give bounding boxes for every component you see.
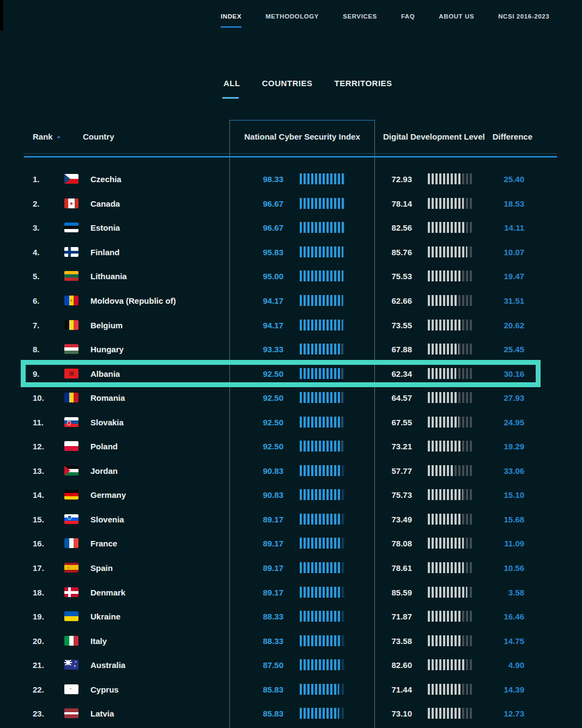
rank-cell: 3.: [33, 223, 56, 232]
table-row[interactable]: 10. Romania 92.50 64.57 27.93: [24, 386, 557, 410]
ddl-score: 73.49: [356, 514, 412, 524]
table-row[interactable]: 2. ♠ Canada 96.67 78.14 18.53: [24, 191, 557, 216]
ddl-bar-fill: [428, 173, 461, 184]
ncsi-score: 89.17: [229, 563, 283, 573]
ddl-bar: [428, 659, 474, 670]
difference-column-header[interactable]: Difference: [478, 132, 532, 141]
table-row[interactable]: 7. Belgium 94.17 73.55 20.62: [24, 312, 557, 337]
difference-value: 19.47: [484, 272, 524, 281]
country-flag-icon: [64, 514, 78, 524]
table-row[interactable]: 9. Ж Albania 92.50 62.34 30.16: [24, 361, 557, 386]
table-row[interactable]: 3. Estonia 96.67 82.56 14.11: [24, 215, 557, 240]
table-row[interactable]: 16. France 89.17 78.08 11.09: [24, 531, 557, 556]
ncsi-bar-fill: [300, 295, 343, 306]
country-column-header[interactable]: Country: [83, 132, 114, 141]
ddl-column-header[interactable]: Digital Development Level: [383, 132, 485, 141]
table-row[interactable]: 18. Denmark 89.17 85.59 3.58: [24, 580, 557, 604]
rank-cell: 5.: [33, 272, 56, 281]
country-name[interactable]: Lithuania: [90, 272, 127, 281]
table-row[interactable]: 14. Germany 90.83 75.73 15.10: [24, 483, 557, 507]
country-name[interactable]: Italy: [90, 636, 107, 645]
table-row[interactable]: 22. ● Cyprus 85.83 71.44 14.39: [24, 677, 557, 701]
country-name[interactable]: Estonia: [90, 223, 120, 232]
table-row[interactable]: 6. ★ Moldova (Republic of) 94.17 62.66 3…: [24, 288, 557, 313]
country-name[interactable]: Czechia: [90, 175, 122, 184]
country-flag-icon: ★★: [64, 660, 78, 670]
ddl-bar-fill: [428, 562, 464, 573]
glyph-flag-detail: ★: [74, 665, 76, 667]
table-row[interactable]: 4. Finland 95.83 85.76 10.07: [24, 240, 557, 264]
country-flag-icon: [64, 222, 78, 232]
ddl-bar-fill: [428, 270, 462, 281]
table-row[interactable]: 15. Slovenia 89.17 73.49 15.68: [24, 507, 557, 532]
country-name[interactable]: Albania: [90, 369, 120, 378]
rank-cell: 15.: [33, 514, 56, 524]
table-row[interactable]: 5. Lithuania 95.00 75.53 19.47: [24, 264, 557, 288]
ddl-score: 73.58: [356, 636, 412, 645]
ddl-score: 78.08: [356, 539, 412, 548]
glyph-flag-detail: ♠: [70, 201, 72, 206]
ddl-bar: [428, 368, 474, 379]
ddl-bar: [428, 417, 474, 428]
sort-ascending-icon[interactable]: ▲: [57, 135, 61, 139]
country-name[interactable]: France: [90, 539, 117, 548]
country-name[interactable]: Slovenia: [90, 514, 124, 524]
country-name[interactable]: Jordan: [90, 466, 118, 475]
ddl-bar: [428, 538, 474, 549]
ddl-bar-fill: [428, 489, 463, 500]
table-row[interactable]: 17. ★ Spain 89.17 78.61 10.56: [24, 556, 557, 580]
country-name[interactable]: Finland: [90, 247, 119, 256]
ncsi-column-header[interactable]: National Cyber Security Index: [229, 132, 375, 141]
difference-value: 14.11: [484, 223, 524, 232]
table-row[interactable]: 12. Poland 92.50 73.21 19.29: [24, 434, 557, 459]
country-name[interactable]: Latvia: [90, 709, 114, 718]
country-name[interactable]: Canada: [90, 198, 120, 208]
table-row[interactable]: 20. Italy 88.33 73.58 14.75: [24, 628, 557, 653]
country-name[interactable]: Cyprus: [90, 684, 119, 694]
ncsi-bar-fill: [300, 659, 340, 670]
table-row[interactable]: 11. Slovakia 92.50 67.55 24.95: [24, 410, 557, 434]
table-row[interactable]: 13. Jordan 90.83 57.77 33.06: [24, 459, 557, 483]
country-name[interactable]: Australia: [90, 660, 125, 670]
ncsi-bar-fill: [300, 417, 342, 428]
rank-cell: 14.: [33, 490, 56, 500]
country-name[interactable]: Poland: [90, 442, 118, 451]
country-name[interactable]: Denmark: [90, 587, 125, 597]
ncsi-bar-fill: [300, 173, 345, 184]
country-name[interactable]: Belgium: [90, 320, 123, 329]
table-row[interactable]: 8. Hungary 93.33 67.88 25.45: [24, 337, 557, 362]
rank-column-header[interactable]: Rank ▲: [33, 132, 61, 141]
rank-cell: 1.: [33, 175, 56, 184]
table-row[interactable]: 23. Latvia 85.83 73.10 12.73: [24, 701, 557, 726]
ddl-score: 71.44: [356, 684, 412, 694]
country-name[interactable]: Hungary: [90, 345, 124, 354]
glyph-flag-detail: ★: [75, 661, 77, 663]
ncsi-bar-fill: [300, 635, 340, 646]
difference-value: 15.68: [484, 514, 524, 524]
ncsi-bar-fill: [300, 708, 339, 719]
country-name[interactable]: Slovakia: [90, 417, 124, 426]
ddl-bar-fill: [428, 611, 460, 622]
country-name[interactable]: Ukraine: [90, 612, 120, 621]
ddl-bar-fill: [428, 198, 464, 209]
country-name[interactable]: Spain: [90, 563, 113, 573]
country-name[interactable]: Romania: [90, 393, 125, 402]
table-row[interactable]: 21. ★★ Australia 87.50 82.60 4.90: [24, 653, 557, 677]
ncsi-bar-fill: [300, 198, 344, 209]
ddl-bar: [428, 344, 474, 354]
country-name[interactable]: Moldova (Republic of): [90, 296, 176, 305]
ddl-bar: [428, 611, 474, 622]
canton-flag-detail: [64, 660, 72, 665]
country-name[interactable]: Germany: [90, 490, 126, 500]
table-row[interactable]: 19. Ukraine 88.33 71.87 16.46: [24, 604, 557, 629]
ncsi-bar: [300, 222, 345, 233]
rank-cell: 6.: [33, 296, 56, 305]
table-row[interactable]: 1. Czechia 98.33 72.93 25.40: [24, 167, 557, 191]
ddl-bar-fill: [428, 222, 465, 233]
ncsi-score: 89.17: [229, 587, 283, 597]
ncsi-score: 96.67: [229, 223, 283, 232]
ddl-bar-fill: [428, 368, 456, 379]
ddl-score: 72.93: [356, 175, 412, 184]
rank-cell: 20.: [33, 636, 56, 645]
ddl-bar: [428, 562, 474, 573]
